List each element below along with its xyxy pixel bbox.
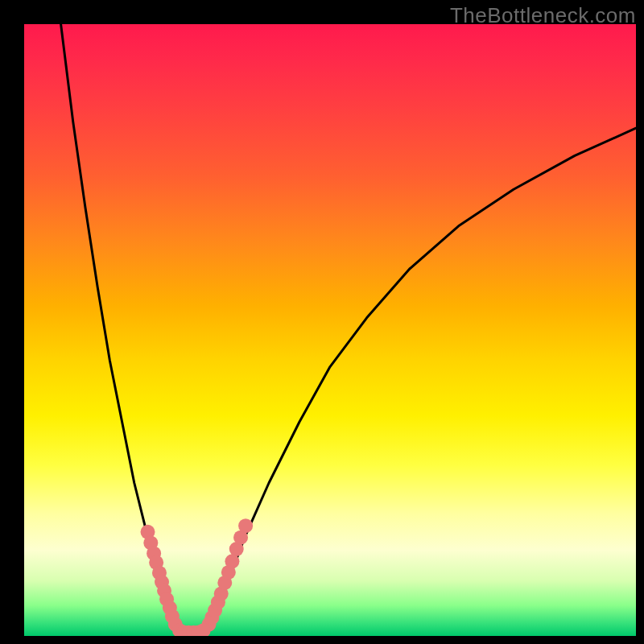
data-point [238,518,253,533]
plot-area [24,24,636,636]
chart-svg [24,24,636,636]
chart-frame: TheBottleneck.com [0,0,644,644]
watermark-text: TheBottleneck.com [450,3,636,28]
